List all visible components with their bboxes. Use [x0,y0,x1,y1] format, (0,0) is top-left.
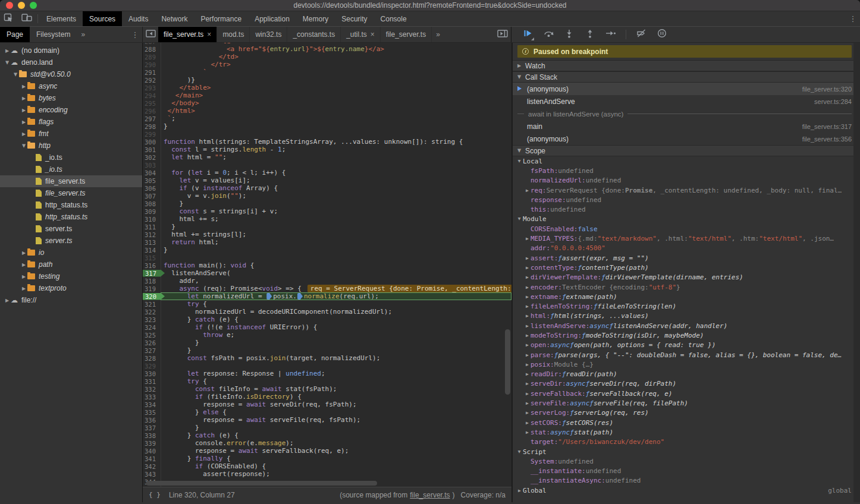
tree-item-testing[interactable]: ▶testing [0,270,142,282]
disclosure-triangle-icon[interactable]: ▶ [524,236,531,241]
scope-property-modetostring[interactable]: ▶modeToString: ƒ modeToString(isDir, may… [513,330,852,340]
scope-property-posix[interactable]: ▶posix: Module {…} [513,360,852,369]
navigator-kebab-icon[interactable]: ⋮ [128,27,142,42]
line-number-309[interactable]: 309 [143,208,161,215]
line-number-316[interactable]: 316 [143,262,161,269]
disclosure-triangle-icon[interactable]: ▶ [517,449,522,455]
scope-property-encoder[interactable]: ▶encoder: TextEncoder {encoding: "utf-8"… [513,282,852,292]
line-number-299[interactable]: 299 [143,131,161,138]
scope-property-extname[interactable]: ▶extname: ƒ extname(path) [513,292,852,301]
scope-property-servefile[interactable]: ▶serveFile: async ƒ serveFile(req, fileP… [513,398,852,408]
inline-breakpoint-marker-icon[interactable] [297,293,303,300]
line-number-297[interactable]: 297 [143,115,161,122]
line-number-322[interactable]: 322 [143,308,161,316]
line-number-343[interactable]: 343 [143,471,161,478]
line-number-315[interactable]: 315 [143,254,161,262]
disclosure-triangle-icon[interactable]: ▶ [524,323,531,329]
device-toolbar-button[interactable] [18,11,36,26]
line-number-334[interactable]: 334 [143,401,161,408]
disclosure-triangle-icon[interactable]: ▶ [524,304,531,309]
disclosure-triangle-icon[interactable]: ▶ [524,285,531,290]
line-number-342[interactable]: 342 [143,463,161,470]
disclosure-triangle-icon[interactable]: ▶ [524,256,531,261]
call-stack-section-header[interactable]: ▶ Call Stack [513,71,860,83]
editor-tab-util-ts-4[interactable]: _util.ts× [341,27,381,42]
line-number-304[interactable]: 304 [143,169,161,177]
disclosure-triangle-icon[interactable]: ▶ [524,381,531,386]
tree-item-server-ts[interactable]: server.ts [0,235,142,247]
tree-item-deno-land[interactable]: ▶☁deno.land [0,56,142,68]
disclosure-triangle-icon[interactable]: ▶ [524,410,531,415]
tree-item-no-domain[interactable]: ▶☁(no domain) [0,45,142,56]
disclosure-triangle-icon[interactable]: ▶ [20,250,27,256]
line-number-313[interactable]: 313 [143,239,161,246]
line-number-292[interactable]: 292 [143,77,161,84]
tree-item-io[interactable]: ▶io [0,247,142,259]
tree-item-encoding[interactable]: ▶encoding [0,104,142,116]
disclosure-triangle-icon[interactable]: ▶ [524,188,531,193]
scope-group-global[interactable]: ▶Globalglobal [513,486,852,495]
scope-property-req[interactable]: ▶req: ServerRequest {done: Promise, _con… [513,185,852,195]
tab-elements[interactable]: Elements [40,11,83,26]
more-tabs-chevron-icon[interactable]: » [77,27,89,42]
breakpoint-badge-320[interactable]: 320 [143,293,165,300]
line-number-312[interactable]: 312 [143,231,161,238]
scope-property-servedir[interactable]: ▶serveDir: async ƒ serveDir(req, dirPath… [513,379,852,389]
tree-item-file-server-ts[interactable]: file_server.ts [0,175,142,187]
disclosure-triangle-icon[interactable]: ▶ [4,298,11,303]
disclosure-triangle-icon[interactable]: ▶ [20,286,27,291]
editor-vertical-scrollbar[interactable] [505,329,510,395]
minimize-button[interactable] [18,2,25,9]
tree-item-io-ts[interactable]: _io.ts [0,163,142,175]
tab-console[interactable]: Console [374,11,413,26]
hide-navigator-button[interactable] [143,27,158,42]
line-number-335[interactable]: 335 [143,409,161,416]
line-number-321[interactable]: 321 [143,301,161,308]
scope-property-html[interactable]: ▶html: ƒ html(strings, ...values) [513,311,852,321]
line-number-287[interactable]: 287 [143,43,161,45]
editor-tab-mod-ts-1[interactable]: mod.ts [217,27,250,42]
scope-property-parse[interactable]: ▶parse: ƒ parse(args, { "--": doubleDash… [513,350,852,360]
disclosure-triangle-icon[interactable]: ▶ [20,262,27,267]
line-number-294[interactable]: 294 [143,92,161,99]
disclosure-triangle-icon[interactable]: ▶ [524,313,531,319]
line-number-329[interactable]: 329 [143,363,161,370]
scope-property-media-types[interactable]: ▶MEDIA_TYPES: {.md: "text/markdown", .ht… [513,234,852,243]
disclosure-triangle-icon[interactable]: ▶ [21,142,27,149]
line-number-303[interactable]: 303 [143,162,161,169]
disclosure-triangle-icon[interactable]: ▶ [524,342,531,348]
disclosure-triangle-icon[interactable]: ▶ [524,420,531,426]
line-number-290[interactable]: 290 [143,61,161,68]
close-button[interactable] [6,2,13,9]
line-number-308[interactable]: 308 [143,200,161,207]
disclosure-triangle-icon[interactable]: ▶ [20,96,27,101]
tab-audits[interactable]: Audits [122,11,155,26]
line-number-301[interactable]: 301 [143,146,161,153]
scope-property-open[interactable]: ▶open: async ƒ open(path, options = { re… [513,341,852,350]
line-number-333[interactable]: 333 [143,393,161,401]
tab-page[interactable]: Page [0,27,30,42]
line-number-324[interactable]: 324 [143,324,161,331]
editor-tab-file-server-ts-0[interactable]: file_server.ts× [158,27,217,42]
tree-item-http-status-ts[interactable]: http_status.ts [0,199,142,211]
watch-section-header[interactable]: ▶ Watch [513,60,860,71]
editor-tab-win32-ts-2[interactable]: win32.ts [250,27,287,42]
line-number-339[interactable]: 339 [143,440,161,447]
inline-breakpoint-marker-icon[interactable] [266,293,272,300]
step-into-button[interactable] [563,29,575,40]
tab-filesystem[interactable]: Filesystem [30,27,77,42]
line-number-311[interactable]: 311 [143,223,161,231]
close-tab-icon[interactable]: × [371,30,375,39]
line-number-338[interactable]: 338 [143,432,161,439]
scope-property-servefallback[interactable]: ▶serveFallback: ƒ serveFallback(req, e) [513,389,852,398]
line-number-291[interactable]: 291 [143,69,161,76]
step-over-button[interactable] [542,29,554,40]
close-tab-icon[interactable]: × [207,30,211,39]
tree-item-io-ts[interactable]: _io.ts [0,152,142,163]
tree-item-bytes[interactable]: ▶bytes [0,92,142,104]
disclosure-triangle-icon[interactable]: ▶ [20,108,27,113]
disclosure-triangle-icon[interactable]: ▶ [524,430,531,435]
line-number-318[interactable]: 318 [143,278,161,285]
deactivate-breakpoints-button[interactable] [635,29,647,40]
line-number-302[interactable]: 302 [143,154,161,161]
